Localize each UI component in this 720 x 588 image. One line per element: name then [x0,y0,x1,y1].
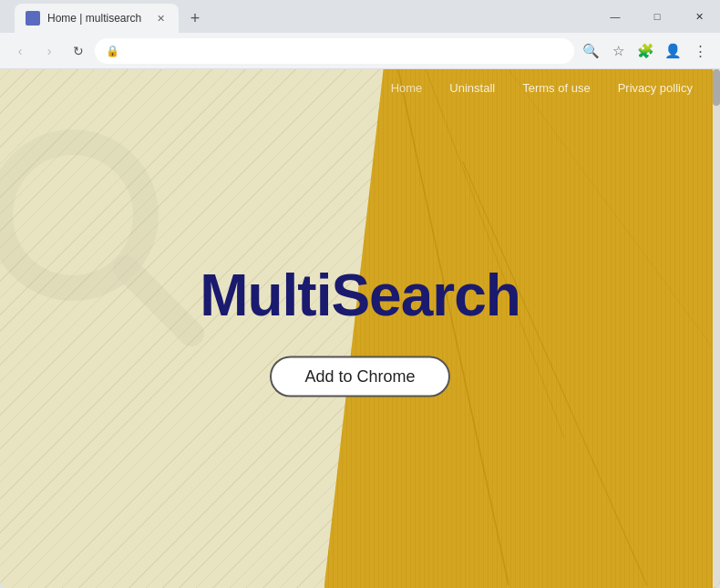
nav-privacy[interactable]: Privacy pollicy [618,81,693,95]
extensions-button[interactable]: 🧩 [633,38,658,64]
toolbar-right: 🔍 ☆ 🧩 👤 ⋮ [578,38,713,64]
search-toolbar-button[interactable]: 🔍 [578,38,603,64]
brand-part1: Multi [200,262,331,327]
site-nav: Home Uninstall Terms of use Privacy poll… [0,69,720,106]
lock-icon: 🔒 [106,45,119,57]
forward-icon: › [47,44,52,58]
tab-favicon [26,11,40,26]
profile-button[interactable]: 👤 [660,38,685,64]
browser-window: Home | multisearch ✕ + — □ ✕ ‹ [0,0,720,588]
refresh-button[interactable]: ↻ [66,38,91,64]
tab-close-button[interactable]: ✕ [153,11,168,26]
main-content: MultiSearch Add to Chrome [0,261,720,397]
brand-title: MultiSearch [200,261,520,328]
forward-button[interactable]: › [36,38,62,64]
menu-icon: ⋮ [694,43,707,59]
back-icon: ‹ [18,44,23,58]
extensions-icon: 🧩 [637,43,654,59]
close-button[interactable]: ✕ [678,0,720,33]
active-tab[interactable]: Home | multisearch ✕ [15,4,179,33]
bookmark-button[interactable]: ☆ [605,38,631,64]
nav-home[interactable]: Home [391,81,423,95]
profile-icon: 👤 [664,43,682,59]
tab-title: Home | multisearch [47,12,146,25]
webpage-content: Home Uninstall Terms of use Privacy poll… [0,69,720,588]
address-bar-row: ‹ › ↻ 🔒 🔍 ☆ 🧩 [0,33,720,69]
minimize-button[interactable]: — [594,0,636,33]
scrollbar[interactable] [713,69,720,588]
back-button[interactable]: ‹ [7,38,33,64]
star-icon: ☆ [612,43,624,59]
search-toolbar-icon: 🔍 [582,43,600,59]
new-tab-button[interactable]: + [182,5,208,31]
nav-terms[interactable]: Terms of use [522,81,590,95]
window-controls: — □ ✕ [594,0,720,33]
scrollbar-thumb[interactable] [713,69,720,106]
add-to-chrome-button[interactable]: Add to Chrome [270,356,449,397]
refresh-icon: ↻ [73,44,84,58]
svg-point-0 [28,14,37,23]
address-bar[interactable]: 🔒 [95,38,574,64]
brand-part2: Search [331,262,519,327]
menu-button[interactable]: ⋮ [687,38,713,64]
nav-uninstall[interactable]: Uninstall [449,81,495,95]
maximize-button[interactable]: □ [636,0,678,33]
